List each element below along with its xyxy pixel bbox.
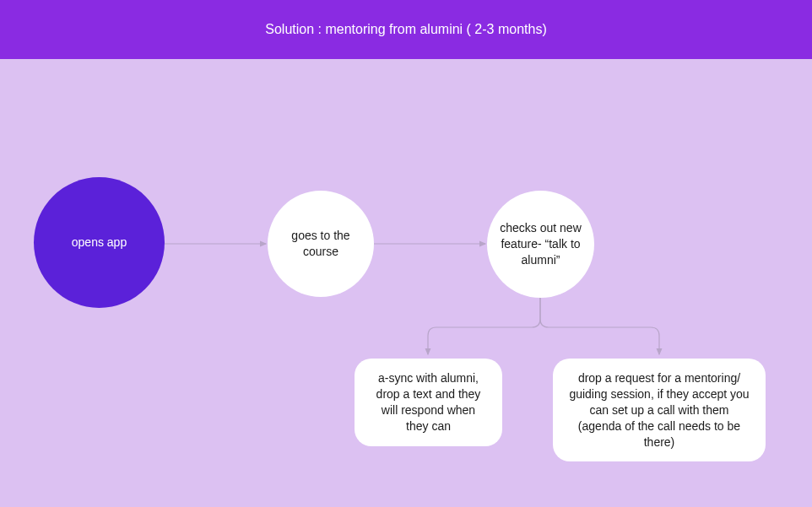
diagram-header: Solution : mentoring from alumini ( 2-3 … — [0, 0, 812, 59]
node-goes-to-course: goes to the course — [268, 191, 374, 297]
node-request-mentoring: drop a request for a mentoring/ guiding … — [553, 359, 766, 461]
node-label: opens app — [72, 235, 127, 251]
diagram-canvas: opens app goes to the course checks out … — [0, 59, 812, 507]
node-label: goes to the course — [274, 228, 367, 260]
node-label: a-sync with alumni, drop a text and they… — [370, 370, 487, 434]
node-checks-feature: checks out new feature- “talk to alumni” — [487, 191, 594, 298]
node-label: drop a request for a mentoring/ guiding … — [568, 370, 750, 450]
node-label: checks out new feature- “talk to alumni” — [494, 220, 587, 268]
diagram-title: Solution : mentoring from alumini ( 2-3 … — [265, 22, 546, 37]
node-async-alumni: a-sync with alumni, drop a text and they… — [355, 359, 502, 446]
node-opens-app: opens app — [34, 177, 165, 308]
